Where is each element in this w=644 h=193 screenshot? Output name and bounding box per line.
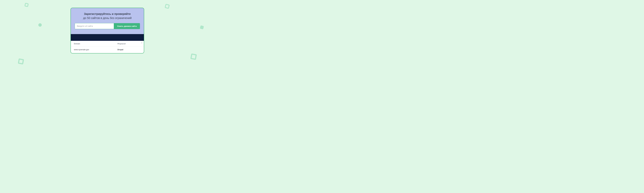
url-input[interactable] bbox=[75, 23, 114, 29]
deco-square-icon bbox=[165, 4, 170, 9]
dark-band bbox=[71, 34, 144, 41]
results-panel: × Domain Результат www.nysenate.gov Drup… bbox=[71, 41, 144, 53]
url-input-row: Узнать движок сайта bbox=[75, 23, 140, 29]
deco-square-icon bbox=[190, 53, 197, 60]
close-icon[interactable]: × bbox=[141, 42, 142, 44]
results-table: Domain Результат www.nysenate.gov Drupal bbox=[71, 41, 144, 53]
detect-engine-button[interactable]: Узнать движок сайта bbox=[114, 23, 140, 29]
deco-square-icon bbox=[200, 25, 204, 29]
detector-card: Зарегистрируйтесь и проверяйте до 50 сай… bbox=[70, 8, 144, 53]
deco-square-icon bbox=[18, 58, 24, 64]
col-header-domain: Domain bbox=[71, 41, 114, 47]
col-header-result: Результат bbox=[114, 41, 144, 47]
deco-square-icon bbox=[24, 3, 29, 7]
card-header-panel: Зарегистрируйтесь и проверяйте до 50 сай… bbox=[71, 8, 144, 34]
cell-result[interactable]: Drupal bbox=[114, 47, 144, 53]
deco-circle-icon bbox=[38, 23, 42, 27]
headline-bold: Зарегистрируйтесь и проверяйте bbox=[75, 12, 140, 16]
table-row: www.nysenate.gov Drupal bbox=[71, 47, 144, 53]
headline-sub: до 50 сайтов в день без ограничений bbox=[75, 16, 140, 20]
cell-domain: www.nysenate.gov bbox=[71, 47, 114, 53]
headline: Зарегистрируйтесь и проверяйте до 50 сай… bbox=[75, 12, 140, 20]
